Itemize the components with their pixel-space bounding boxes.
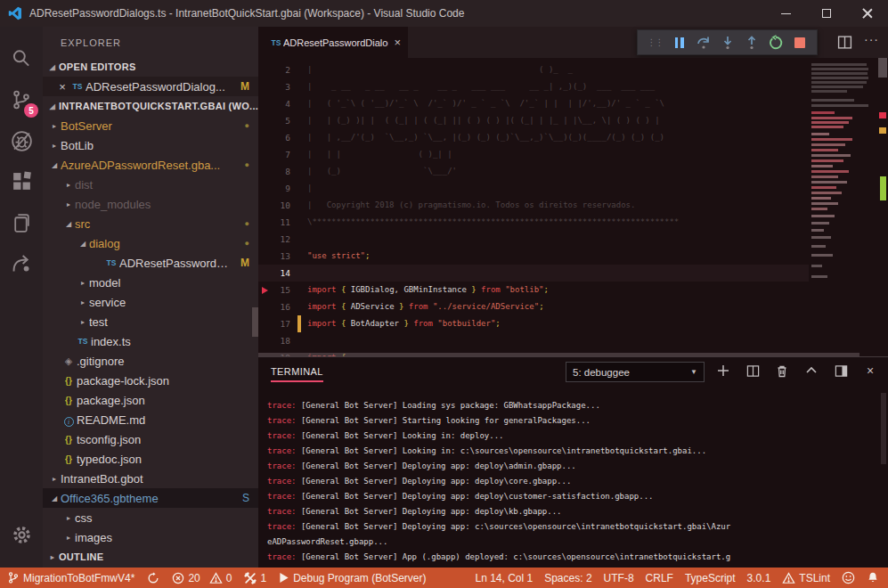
tree-item-src[interactable]: ◢src● [43, 214, 258, 233]
tree-item-test[interactable]: ▸test [43, 312, 258, 331]
step-into-button[interactable] [715, 33, 739, 53]
workspace-section-header[interactable]: ◢ INTRANETBOTQUICKSTART.GBAI (WO... [43, 96, 258, 116]
code-line-8[interactable]: 8| (_) `\___/' [258, 163, 809, 180]
sync-item[interactable] [147, 572, 159, 584]
code-line-10[interactable]: 10| Copyright 2018 (c) pragmatismo.io. T… [258, 197, 809, 214]
code-editor[interactable]: 2| ( )_ _3| _ __ _ __ __ _ __ _ ___ ___ … [258, 58, 888, 356]
tree-item-typedoc-json[interactable]: {}typedoc.json [43, 449, 258, 469]
step-out-button[interactable] [739, 33, 763, 53]
cursor-position-item[interactable]: Ln 14, Col 1 [475, 572, 533, 584]
toolbar-drag-handle[interactable]: ⋮⋮ [643, 33, 667, 53]
move-panel-button[interactable] [834, 363, 848, 378]
code-line-3[interactable]: 3| _ __ _ __ __ _ __ _ ___ ___ __ _| ,_)… [258, 78, 809, 95]
feedback-item[interactable] [842, 571, 855, 584]
code-line-17[interactable]: 17import { BotAdapter } from "botbuilder… [258, 315, 809, 332]
code-line-6[interactable]: 6| | ,__/'(_) `\__,_) `\__, |(_) (_) (_)… [258, 129, 809, 146]
tree-item-adresetpassworddial[interactable]: TSADResetPasswordDial...M [43, 253, 258, 273]
code-line-13[interactable]: 13"use strict"; [258, 248, 809, 265]
tree-item-readme-md[interactable]: iREADME.md [43, 410, 258, 429]
terminal-line: trace: [General Bot Server] Deploying ap… [267, 474, 888, 489]
code-line-14[interactable]: 14 [258, 265, 809, 282]
code-line-18[interactable]: 18 [258, 332, 809, 349]
open-editors-header[interactable]: ◢ OPEN EDITORS [43, 57, 258, 77]
eol-item[interactable]: CRLF [646, 572, 673, 584]
step-over-button[interactable] [691, 33, 715, 53]
code-line-4[interactable]: 4| ( '_`\ ( '__)/'_` \ /'_` )/' _ ` _ `\… [258, 95, 809, 112]
tree-item-azureadpasswordreset-gba[interactable]: ◢AzureADPasswordReset.gba...● [43, 155, 258, 175]
pages-activity-button[interactable] [0, 202, 43, 243]
tree-item-tsconfig-json[interactable]: {}tsconfig.json [43, 429, 258, 449]
minimap[interactable] [809, 58, 868, 356]
code-line-5[interactable]: 5| | (_) )| | ( (_| | ( (_| || ( ) ( ) |… [258, 112, 809, 129]
tree-item-botserver[interactable]: ▸BotServer● [43, 116, 258, 135]
version-item[interactable]: 3.0.1 [747, 572, 771, 584]
code-line-12[interactable]: 12 [258, 231, 809, 248]
typescript-file-icon: TS [103, 258, 119, 267]
tree-item-office365-gbtheme[interactable]: ◢Office365.gbthemeS [43, 488, 258, 508]
tree-item-dist[interactable]: ▸dist [43, 175, 258, 194]
encoding-item[interactable]: UTF-8 [604, 572, 634, 584]
open-editor-filename: ADResetPasswordDialog... [86, 80, 235, 94]
terminal-output[interactable]: trace: [General Bot Server] Loading sys … [258, 386, 888, 568]
code-line-9[interactable]: 9| [258, 180, 809, 197]
terminal-tab[interactable]: TERMINAL [271, 357, 323, 386]
outline-section-header[interactable]: ▸ OUTLINE [43, 547, 258, 567]
terminal-select[interactable]: 5: debuggee ▼ [566, 362, 705, 382]
tree-item-dialog[interactable]: ◢dialog● [43, 233, 258, 253]
minimize-button[interactable] [765, 0, 806, 27]
maximize-panel-button[interactable] [804, 363, 819, 378]
share-activity-button[interactable] [0, 243, 43, 284]
explorer-sidebar: EXPLORER ◢ OPEN EDITORS × TS ADResetPass… [43, 27, 258, 568]
debug-status-item[interactable]: Debug Program (BotServer) [279, 572, 426, 584]
settings-button[interactable] [0, 514, 43, 555]
tree-item-label: README.md [77, 413, 258, 427]
tree-item-botlib[interactable]: ▸BotLib [43, 135, 258, 155]
restart-button[interactable] [763, 33, 787, 53]
code-line-16[interactable]: 16import { ADService } from "../service/… [258, 298, 809, 315]
code-line-11[interactable]: 11\*************************************… [258, 214, 809, 231]
code-line-2[interactable]: 2| ( )_ _ [258, 61, 809, 78]
tab-close-icon[interactable]: × [394, 36, 401, 49]
tab-adresetpassworddialogs[interactable]: TS ADResetPasswordDialogs.ts × [258, 27, 408, 58]
close-window-button[interactable] [847, 0, 888, 27]
extensions-activity-button[interactable] [0, 161, 43, 202]
problems-item[interactable]: 20 0 [172, 572, 232, 584]
tree-item-package-lock-json[interactable]: {}package-lock.json [43, 371, 258, 390]
tree-item-model[interactable]: ▸model [43, 273, 258, 292]
source-control-activity-button[interactable]: 5 [0, 79, 43, 120]
terminal-scrollbar[interactable] [881, 393, 886, 464]
git-branch-item[interactable]: MigrationToBotFmwV4* [7, 571, 134, 584]
notifications-item[interactable] [867, 571, 879, 584]
kill-terminal-button[interactable] [775, 363, 789, 378]
indentation-item[interactable]: Spaces: 2 [544, 572, 591, 584]
tree-item-css[interactable]: ▸css [43, 508, 258, 527]
close-panel-button[interactable]: × [863, 363, 877, 378]
tree-item-service[interactable]: ▸service [43, 292, 258, 312]
code-line-7[interactable]: 7| | | ( )_| | [258, 146, 809, 163]
tree-item-package-json[interactable]: {}package.json [43, 390, 258, 410]
pause-button[interactable] [667, 33, 691, 53]
language-mode-item[interactable]: TypeScript [685, 572, 736, 584]
share-arrow-icon [10, 252, 34, 276]
split-terminal-button[interactable] [745, 363, 760, 378]
close-editor-icon[interactable]: × [55, 80, 69, 94]
tools-item[interactable]: 1 [244, 572, 266, 584]
tree-item-images[interactable]: ▸images [43, 527, 258, 547]
scrollbar-slider[interactable] [878, 58, 887, 78]
tslint-item[interactable]: TSLint [782, 572, 830, 584]
maximize-button[interactable] [806, 0, 847, 27]
split-editor-icon[interactable] [837, 35, 852, 50]
tree-item-intranetbot-gbot[interactable]: ▸IntranetBot.gbot [43, 469, 258, 488]
tree-item-index-ts[interactable]: TSindex.ts [43, 331, 258, 351]
debug-activity-button[interactable] [0, 120, 43, 161]
new-terminal-button[interactable] [716, 363, 730, 378]
code-line-15[interactable]: 15import { IGBDialog, GBMinInstance } fr… [258, 282, 809, 298]
search-activity-button[interactable] [0, 38, 43, 79]
tree-item-gitignore[interactable]: ◈.gitignore [43, 351, 258, 371]
open-editor-item[interactable]: × TS ADResetPasswordDialog... M [43, 77, 258, 96]
more-actions-icon[interactable]: ··· [864, 32, 879, 46]
stop-button[interactable] [787, 33, 811, 53]
tree-item-node-modules[interactable]: ▸node_modules [43, 194, 258, 214]
sidebar-scrollbar[interactable] [252, 307, 258, 337]
code-area[interactable]: 2| ( )_ _3| _ __ _ __ __ _ __ _ ___ ___ … [258, 58, 809, 356]
